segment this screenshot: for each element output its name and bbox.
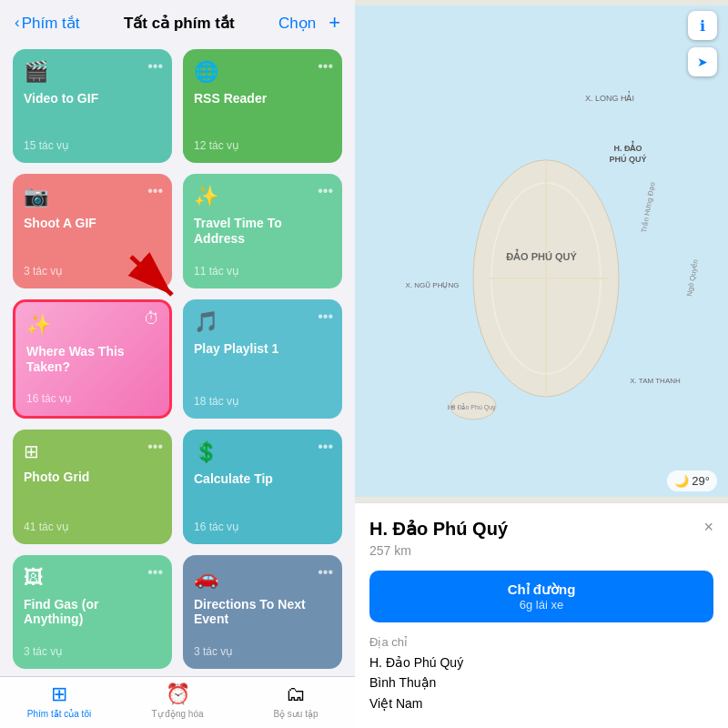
- card-menu-icon[interactable]: •••: [318, 183, 333, 199]
- shortcut-card-rss-reader[interactable]: ••• 🌐 RSS Reader 12 tác vụ: [183, 49, 342, 163]
- card-title: Find Gas (or Anything): [24, 597, 161, 642]
- tab-gallery-icon: 🗂: [286, 682, 306, 706]
- card-title: Where Was This Taken?: [26, 344, 158, 389]
- shortcut-card-photo-grid[interactable]: ••• ⊞ Photo Grid 41 tác vụ: [13, 430, 172, 543]
- card-subtitle: 3 tác vụ: [194, 645, 331, 658]
- shortcut-card-play-playlist[interactable]: ••• 🎵 Play Playlist 1 18 tác vụ: [183, 299, 342, 419]
- card-subtitle: 15 tác vụ: [24, 139, 161, 152]
- map-area[interactable]: X. LONG HẢI H. ĐẢO PHÚ QUÝ ĐẢO PHÚ QUÝ X…: [355, 0, 728, 502]
- address-lines: H. Đảo Phú Quý Bình Thuận Việt Nam: [369, 652, 713, 713]
- close-button[interactable]: ×: [703, 518, 713, 537]
- back-button[interactable]: ‹ Phím tắt: [15, 14, 80, 33]
- card-subtitle: 3 tác vụ: [24, 265, 161, 278]
- card-icon: ⊞: [24, 440, 161, 462]
- card-title: RSS Reader: [194, 91, 331, 136]
- svg-text:X. TAM THANH: X. TAM THANH: [630, 377, 681, 385]
- tab-automation-label: Tự động hóa: [151, 709, 203, 719]
- address-line-1: H. Đảo Phú Quý: [369, 655, 463, 670]
- address-section: Địa chỉ H. Đảo Phú Quý Bình Thuận Việt N…: [369, 635, 713, 713]
- card-menu-icon[interactable]: •••: [318, 439, 333, 455]
- location-icon: ➤: [697, 55, 708, 69]
- shortcut-card-directions-next[interactable]: ••• 🚗 Directions To Next Event 3 tác vụ: [183, 555, 342, 669]
- map-panel: X. LONG HẢI H. ĐẢO PHÚ QUÝ ĐẢO PHÚ QUÝ X…: [355, 0, 728, 728]
- tab-shortcuts-icon: ⊞: [51, 682, 67, 706]
- card-menu-icon[interactable]: •••: [318, 308, 333, 325]
- card-icon: ✨: [26, 313, 158, 337]
- card-subtitle: 16 tác vụ: [26, 392, 158, 405]
- shortcut-card-video-to-gif[interactable]: ••• 🎬 Video to GIF 15 tác vụ: [13, 49, 172, 163]
- card-title: Shoot A GIF: [24, 216, 161, 260]
- directions-sub: 6g lái xe: [380, 598, 703, 612]
- svg-text:X. NGŨ PHỤNG: X. NGŨ PHỤNG: [406, 281, 460, 289]
- shortcut-card-shoot-a-gif[interactable]: ••• 📷 Shoot A GIF 3 tác vụ: [13, 174, 172, 288]
- svg-text:liết Đảo Phú Quý: liết Đảo Phú Quý: [447, 403, 496, 411]
- chevron-left-icon: ‹: [15, 14, 20, 32]
- card-subtitle: 3 tác vụ: [24, 645, 161, 658]
- info-icon: ℹ: [700, 17, 705, 35]
- card-menu-icon[interactable]: •••: [147, 564, 163, 581]
- card-title: Play Playlist 1: [194, 341, 331, 391]
- tab-automation[interactable]: ⏰ Tự động hóa: [118, 682, 237, 719]
- address-line-3: Việt Nam: [369, 696, 423, 711]
- tab-shortcuts-label: Phím tắt của tôi: [27, 709, 91, 719]
- card-icon: 🎵: [194, 310, 331, 334]
- add-button[interactable]: +: [329, 11, 340, 35]
- tab-my-shortcuts[interactable]: ⊞ Phím tắt của tôi: [0, 682, 118, 719]
- card-subtitle: 11 tác vụ: [194, 265, 331, 278]
- card-subtitle: 41 tác vụ: [24, 521, 161, 533]
- card-subtitle: 18 tác vụ: [194, 395, 331, 408]
- card-menu-icon[interactable]: •••: [318, 564, 333, 581]
- map-info-button[interactable]: ℹ: [688, 11, 717, 40]
- card-icon: 🎬: [24, 60, 161, 84]
- distance-label: 257 km: [369, 543, 713, 558]
- tab-bar: ⊞ Phím tắt của tôi ⏰ Tự động hóa 🗂 Bộ sư…: [0, 676, 355, 728]
- card-menu-icon[interactable]: •••: [147, 183, 163, 199]
- card-menu-icon[interactable]: •••: [147, 439, 163, 455]
- tab-automation-icon: ⏰: [166, 682, 190, 706]
- card-title: Directions To Next Event: [194, 597, 331, 642]
- weather-badge: 🌙 29°: [667, 470, 717, 491]
- location-title: H. Đảo Phú Quý: [369, 518, 508, 540]
- shortcuts-grid: ••• 🎬 Video to GIF 15 tác vụ ••• 🌐 RSS R…: [0, 42, 355, 676]
- address-line-2: Bình Thuận: [369, 675, 436, 690]
- weather-text: 🌙 29°: [674, 474, 710, 488]
- card-title: Video to GIF: [24, 91, 161, 136]
- nav-bar: ‹ Phím tắt Tất cả phím tắt Chọn +: [0, 0, 355, 42]
- back-label: Phím tắt: [22, 14, 80, 33]
- card-menu-icon[interactable]: •••: [318, 58, 333, 75]
- shortcut-card-calculate-tip[interactable]: ••• 💲 Calculate Tip 16 tác vụ: [183, 430, 342, 543]
- tab-gallery-label: Bộ sưu tập: [273, 709, 318, 719]
- card-title: Calculate Tip: [194, 471, 331, 516]
- card-title: Travel Time To Address: [194, 216, 331, 260]
- address-section-label: Địa chỉ: [369, 635, 713, 649]
- shortcuts-panel: ‹ Phím tắt Tất cả phím tắt Chọn + ••• 🎬 …: [0, 0, 355, 728]
- shortcut-card-where-was-taken[interactable]: ⏱ ✨ Where Was This Taken? 16 tác vụ: [13, 299, 172, 419]
- card-icon: 📷: [24, 185, 161, 208]
- nav-title: Tất cả phím tắt: [124, 14, 235, 33]
- choose-button[interactable]: Chọn: [278, 14, 316, 33]
- card-lock-icon: ⏱: [144, 309, 160, 329]
- tab-gallery[interactable]: 🗂 Bộ sưu tập: [237, 682, 355, 719]
- card-icon: ✨: [194, 185, 331, 208]
- card-icon: 💲: [194, 440, 331, 464]
- info-panel: H. Đảo Phú Quý × 257 km Chỉ đường 6g lái…: [355, 502, 728, 728]
- shortcut-card-travel-time[interactable]: ••• ✨ Travel Time To Address 11 tác vụ: [183, 174, 342, 288]
- directions-label: Chỉ đường: [380, 581, 703, 598]
- card-title: Photo Grid: [24, 470, 161, 516]
- card-subtitle: 12 tác vụ: [194, 139, 331, 152]
- info-header: H. Đảo Phú Quý ×: [369, 518, 713, 540]
- map-location-button[interactable]: ➤: [688, 47, 717, 76]
- card-icon: 🖼: [24, 566, 161, 590]
- svg-text:ĐẢO PHÚ QUÝ: ĐẢO PHÚ QUÝ: [506, 248, 577, 262]
- card-subtitle: 16 tác vụ: [194, 521, 331, 533]
- map-svg: X. LONG HẢI H. ĐẢO PHÚ QUÝ ĐẢO PHÚ QUÝ X…: [355, 0, 728, 502]
- card-icon: 🚗: [194, 566, 331, 590]
- directions-button[interactable]: Chỉ đường 6g lái xe: [369, 571, 713, 622]
- shortcut-card-find-gas[interactable]: ••• 🖼 Find Gas (or Anything) 3 tác vụ: [13, 555, 172, 669]
- card-icon: 🌐: [194, 60, 331, 84]
- svg-text:PHÚ QUÝ: PHÚ QUÝ: [609, 154, 646, 164]
- nav-actions: Chọn +: [278, 11, 340, 35]
- card-menu-icon[interactable]: •••: [147, 58, 163, 75]
